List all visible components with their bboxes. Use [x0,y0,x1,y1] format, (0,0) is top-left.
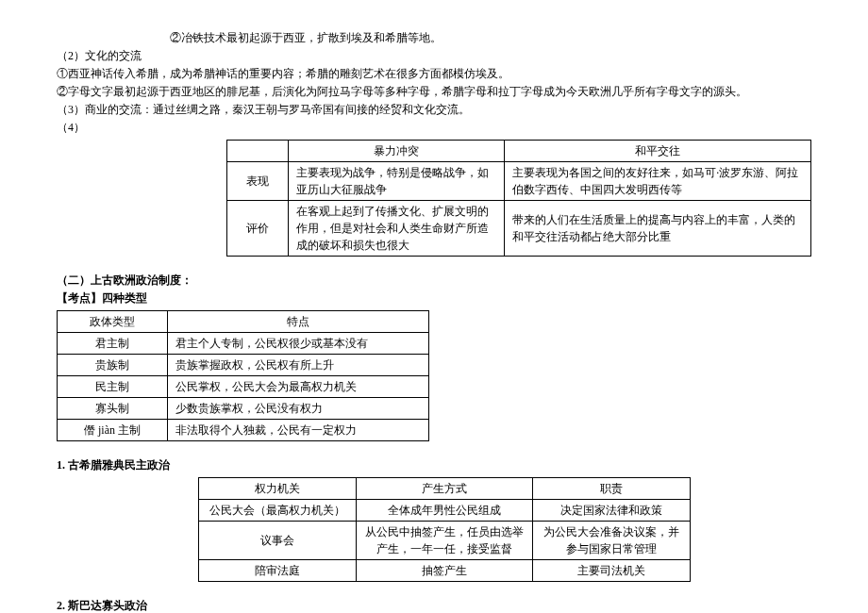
t2-r2-c1: 民主制 [58,376,168,398]
t2-r4-c2: 非法取得个人独裁，公民有一定权力 [168,420,429,441]
t3-r2-c3: 主要司法机关 [533,560,691,582]
section-europe-politics: （二）上古欧洲政治制度： [57,272,811,289]
cell-r1c1: 主要表现为战争，特别是侵略战争，如亚历山大征服战争 [289,162,505,201]
cell-r1c2: 主要表现为各国之间的友好往来，如马可·波罗东游、阿拉伯数字西传、中国四大发明西传… [505,162,811,201]
t3-r1-c3: 为公民大会准备决议案，并参与国家日常管理 [533,522,691,560]
t2-r3-c1: 寡头制 [58,398,168,420]
t2-h1: 政体类型 [58,311,168,333]
cell-blank [227,141,289,162]
t3-h2: 产生方式 [357,478,533,500]
cell-r2c0: 评价 [227,201,289,257]
t2-r4-c1: 僭 jiàn 主制 [58,420,168,441]
t3-r0-c3: 决定国家法律和政策 [533,500,691,522]
t2-r1-c1: 贵族制 [58,355,168,376]
t2-r1-c2: 贵族掌握政权，公民权有所上升 [168,355,429,376]
line-alphabet: ②字母文字最初起源于西亚地区的腓尼基，后演化为阿拉马字母等多种字母，希腊字母和拉… [57,83,811,100]
heading-sparta: 2. 斯巴达寡头政治 [57,597,811,613]
line-tech: ②冶铁技术最初起源于西亚，扩散到埃及和希腊等地。 [57,29,811,46]
cell-r2c2: 带来的人们在生活质量上的提高与内容上的丰富，人类的和平交往活动都占绝大部分比重 [505,201,811,257]
cell-h2: 和平交往 [505,141,811,162]
table-athens: 权力机关 产生方式 职责 公民大会（最高权力机关） 全体成年男性公民组成 决定国… [198,477,691,582]
table-conflict-peace: 暴力冲突 和平交往 表现 主要表现为战争，特别是侵略战争，如亚历山大征服战争 主… [226,140,811,257]
cell-h1: 暴力冲突 [289,141,505,162]
t3-h3: 职责 [533,478,691,500]
t2-r0-c1: 君主制 [58,333,168,355]
t2-r2-c2: 公民掌权，公民大会为最高权力机关 [168,376,429,398]
kaodian-label: 【考点】四种类型 [57,290,811,306]
t2-h2: 特点 [168,311,429,333]
t3-r2-c1: 陪审法庭 [199,560,357,582]
line-commerce: （3）商业的交流：通过丝绸之路，秦汉王朝与罗马帝国有间接的经贸和文化交流。 [57,101,811,118]
line-culture-heading: （2）文化的交流 [57,47,811,64]
t2-r3-c2: 少数贵族掌权，公民没有权力 [168,398,429,420]
t3-r0-c1: 公民大会（最高权力机关） [199,500,357,522]
table-polity-types: 政体类型 特点 君主制 君主个人专制，公民权很少或基本没有 贵族制 贵族掌握政权… [57,310,429,441]
t3-h1: 权力机关 [199,478,357,500]
heading-athens: 1. 古希腊雅典民主政治 [57,456,811,473]
cell-r1c0: 表现 [227,162,289,201]
t3-r0-c2: 全体成年男性公民组成 [357,500,533,522]
line-four: （4） [57,119,811,136]
line-myth: ①西亚神话传入希腊，成为希腊神话的重要内容；希腊的雕刻艺术在很多方面都模仿埃及。 [57,65,811,82]
t3-r2-c2: 抽签产生 [357,560,533,582]
t3-r1-c2: 从公民中抽签产生，任员由选举产生，一年一任，接受监督 [357,522,533,560]
t2-r0-c2: 君主个人专制，公民权很少或基本没有 [168,333,429,355]
t3-r1-c1: 议事会 [199,522,357,560]
cell-r2c1: 在客观上起到了传播文化、扩展文明的作用，但是对社会和人类生命财产所造成的破坏和损… [289,201,505,257]
